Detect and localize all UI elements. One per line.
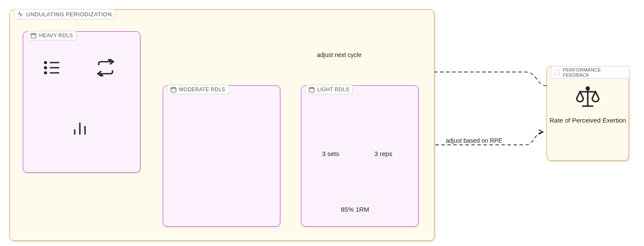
light-sets: 3 sets — [322, 150, 339, 157]
periodization-title-tab: UNDULATING PERIODIZATION — [14, 9, 115, 19]
svg-point-1 — [45, 62, 46, 63]
svg-rect-0 — [31, 33, 36, 38]
session-heavy-tab: HEAVY RDLS — [27, 31, 77, 40]
session-moderate: MODERATE RDLS — [163, 85, 280, 227]
feedback-title-tab: PERFORMANCE FEEDBACK — [551, 66, 630, 79]
edge-label-adjust-next-cycle: adjust next cycle — [309, 51, 369, 59]
periodization-group: UNDULATING PERIODIZATION HEAVY RDLS MODE… — [9, 9, 434, 241]
session-light-title: LIGHT RDLS — [317, 87, 349, 93]
periodization-title: UNDULATING PERIODIZATION — [26, 11, 112, 18]
square-icon — [554, 69, 561, 76]
edge-label-adjust-rpe: adjust based on RPE — [444, 137, 504, 144]
scale-icon — [574, 84, 601, 112]
light-reps: 3 reps — [374, 150, 392, 157]
list-icon — [42, 57, 63, 80]
session-moderate-title: MODERATE RDLS — [179, 87, 225, 93]
activity-icon — [17, 11, 24, 18]
calendar-icon — [308, 86, 315, 93]
calendar-icon — [30, 32, 37, 39]
light-load: 85% 1RM — [341, 206, 369, 213]
svg-rect-4 — [171, 87, 176, 92]
bar-chart-icon — [70, 117, 90, 140]
feedback-title: PERFORMANCE FEEDBACK — [563, 67, 627, 78]
feedback-label: Rate of Perceived Exertion — [550, 117, 626, 125]
svg-rect-6 — [555, 70, 560, 75]
svg-rect-5 — [309, 87, 314, 92]
repeat-icon — [95, 57, 116, 80]
svg-point-3 — [45, 72, 46, 74]
session-light: LIGHT RDLS 3 sets 3 reps 85% 1RM — [301, 85, 419, 227]
session-heavy: HEAVY RDLS — [23, 31, 140, 173]
session-moderate-tab: MODERATE RDLS — [167, 85, 229, 94]
calendar-icon — [170, 86, 177, 93]
svg-point-2 — [45, 67, 46, 69]
feedback-card: PERFORMANCE FEEDBACK Rate of Perceived E… — [547, 66, 629, 161]
session-heavy-title: HEAVY RDLS — [39, 33, 73, 39]
session-light-tab: LIGHT RDLS — [305, 85, 353, 94]
